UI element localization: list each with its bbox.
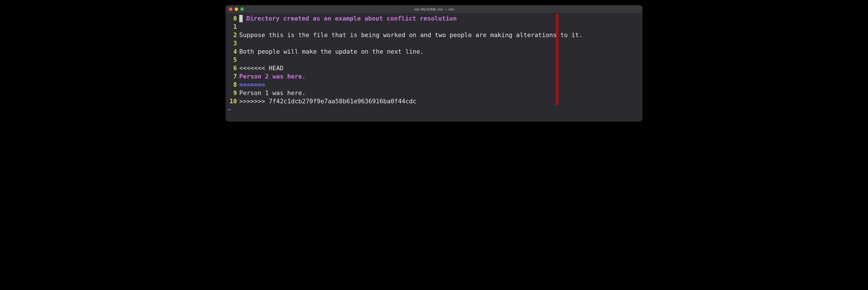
- line-content: Person 1 was here.: [239, 89, 306, 97]
- window-title: vim README.md — vim: [414, 7, 454, 11]
- line-content: <<<<<<< HEAD: [239, 64, 283, 72]
- line-number: 1: [225, 23, 239, 31]
- terminal-window: vim README.md — vim 0 # Directory create…: [225, 5, 643, 122]
- line-number: 10: [225, 97, 239, 105]
- editor-line: 9 Person 1 was here.: [225, 89, 643, 97]
- close-button[interactable]: [229, 7, 232, 11]
- line-number: 6: [225, 64, 239, 72]
- line-number: 0: [225, 14, 239, 23]
- line-content: Both people will make the update on the …: [239, 48, 424, 56]
- editor-line: 6 <<<<<<< HEAD: [225, 64, 643, 72]
- editor-line: 0 # Directory created as an example abou…: [225, 14, 643, 23]
- editor-line: 4 Both people will make the update on th…: [225, 48, 643, 56]
- cursor: #: [239, 15, 243, 22]
- line-content: >>>>>>> 7f42c1dcb270f9e7aa58b61e9636916b…: [239, 97, 416, 105]
- editor-line: 10 >>>>>>> 7f42c1dcb270f9e7aa58b61e96369…: [225, 97, 643, 105]
- line-number: 3: [225, 39, 239, 48]
- line-content: Person 2 was here.: [239, 72, 306, 81]
- line-content: Suppose this is the file that is being w…: [239, 31, 583, 39]
- line-number: 7: [225, 72, 239, 81]
- line-content: # Directory created as an example about …: [239, 14, 457, 23]
- editor-line: 3: [225, 39, 643, 48]
- editor-line: 1: [225, 23, 643, 31]
- editor-area[interactable]: 0 # Directory created as an example abou…: [225, 13, 643, 122]
- heading-text: Directory created as an example about co…: [243, 15, 457, 22]
- empty-line-tilde: ~: [225, 105, 643, 114]
- line-number: 5: [225, 56, 239, 64]
- line-content: =======: [239, 81, 265, 89]
- line-number: 2: [225, 31, 239, 39]
- editor-line: 2 Suppose this is the file that is being…: [225, 31, 643, 39]
- line-number: 9: [225, 89, 239, 97]
- title-bar: vim README.md — vim: [225, 5, 643, 13]
- maximize-button[interactable]: [240, 7, 244, 11]
- editor-line: 8 =======: [225, 81, 643, 89]
- line-number: 4: [225, 48, 239, 56]
- traffic-lights: [229, 7, 244, 11]
- editor-line: 7 Person 2 was here.: [225, 72, 643, 81]
- editor-line: 5: [225, 56, 643, 64]
- line-number: 8: [225, 81, 239, 89]
- minimize-button[interactable]: [235, 7, 238, 11]
